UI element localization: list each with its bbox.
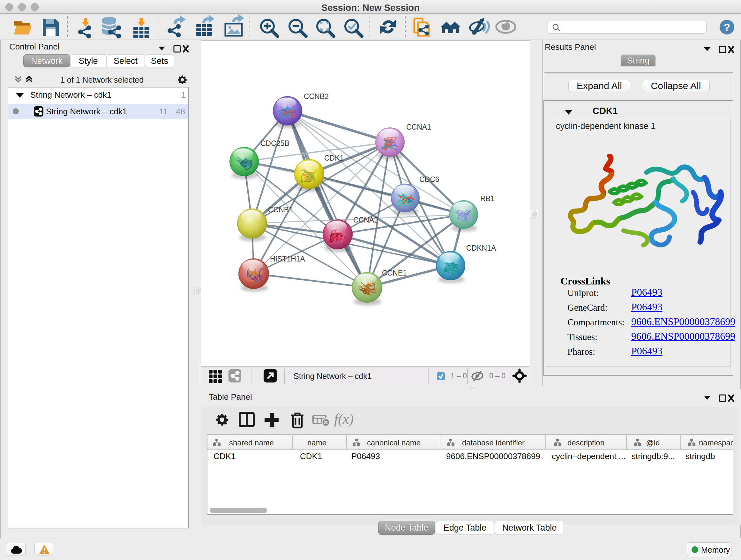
svg-text:CCNB1: CCNB1	[268, 206, 293, 214]
svg-text:CCNE1: CCNE1	[382, 269, 407, 277]
svg-text:CDK1: CDK1	[213, 451, 235, 461]
svg-text:namespace: namespace	[699, 438, 733, 447]
svg-text:shared name: shared name	[229, 438, 274, 447]
svg-text:0 – 0: 0 – 0	[489, 372, 506, 380]
svg-text:database identifier: database identifier	[462, 438, 525, 447]
svg-text:stringdb:9...: stringdb:9...	[631, 451, 675, 461]
svg-text:CDKN1A: CDKN1A	[466, 244, 496, 252]
svg-text:CCNA1: CCNA1	[406, 123, 431, 131]
svg-text:P06493: P06493	[351, 451, 380, 461]
svg-text:description: description	[567, 438, 604, 447]
svg-text:f(x): f(x)	[334, 411, 354, 427]
svg-text:name: name	[307, 438, 327, 447]
svg-text:CDK1: CDK1	[324, 154, 344, 162]
svg-text:@id: @id	[646, 438, 660, 447]
svg-text:CDC25B: CDC25B	[260, 139, 289, 147]
svg-text:RB1: RB1	[480, 194, 495, 203]
svg-text:CDK1: CDK1	[300, 451, 322, 461]
svg-text:HIST1H1A: HIST1H1A	[270, 255, 306, 263]
svg-text:canonical name: canonical name	[367, 438, 421, 447]
svg-text:String Network – cdk1: String Network – cdk1	[293, 372, 372, 381]
svg-text:CCNA2: CCNA2	[353, 216, 378, 224]
svg-text:stringdb: stringdb	[685, 451, 715, 461]
svg-text:CDC6: CDC6	[419, 175, 440, 184]
svg-text:cyclin–dependent ...: cyclin–dependent ...	[552, 451, 625, 461]
svg-text:9606.ENSP00000378699: 9606.ENSP00000378699	[446, 451, 540, 461]
svg-text:1 – 0: 1 – 0	[451, 372, 467, 380]
svg-text:CCNB2: CCNB2	[304, 92, 329, 101]
